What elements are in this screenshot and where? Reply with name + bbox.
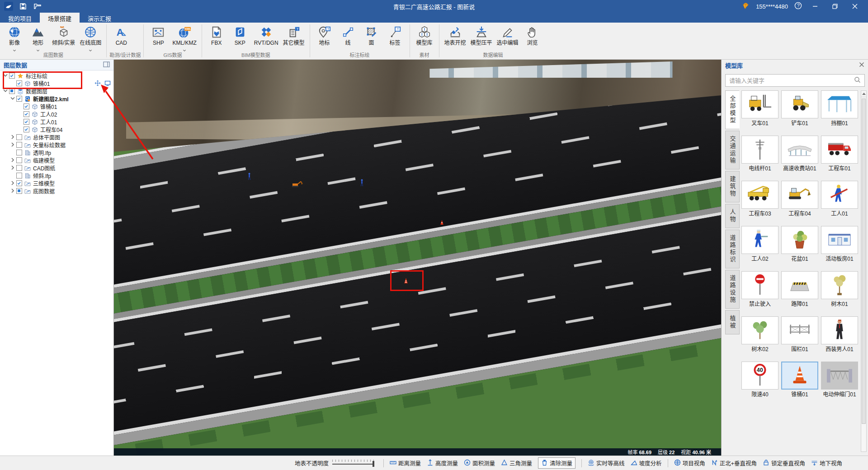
category-tab-vegetation[interactable]: 植被	[725, 310, 740, 334]
layer-tree-row-new-layer2-kml[interactable]: 新建图层2.kml	[0, 95, 113, 103]
model-item-truck-04[interactable]: 工程车04	[781, 181, 818, 223]
surface-opacity-slider[interactable]	[332, 460, 377, 467]
worker-figure-2[interactable]	[360, 179, 364, 188]
layer-checkbox[interactable]	[16, 165, 22, 171]
expander-icon[interactable]	[10, 188, 16, 194]
close-button[interactable]	[848, 1, 862, 12]
statusbar-button-triangle-measure[interactable]: 三角测量	[501, 459, 532, 467]
ribbon-item-skp[interactable]: SKP	[228, 24, 252, 52]
chevron-down-icon[interactable]	[182, 46, 187, 50]
expander-icon[interactable]	[3, 88, 9, 94]
ribbon-item-shp[interactable]: SHP	[146, 24, 170, 52]
model-item-speed-limit-40[interactable]: 40限速40	[741, 362, 778, 404]
statusbar-button-distance-measure[interactable]: 距离测量	[390, 459, 421, 467]
expander-icon[interactable]	[3, 73, 9, 79]
ribbon-item-browse[interactable]: 浏览	[521, 24, 544, 52]
statusbar-button-height-measure[interactable]: 高度测量	[427, 459, 458, 467]
flyto-view-icon[interactable]	[104, 80, 111, 88]
account-label[interactable]: 155****4480	[756, 3, 788, 10]
model-item-plant-pot-01[interactable]: 花盆01	[781, 226, 818, 268]
layer-tree-row-annotation-plot[interactable]: 标注标绘	[0, 72, 113, 80]
ribbon-item-model-flatten[interactable]: 模型压平	[468, 24, 495, 52]
layer-tree-row-truck-04[interactable]: 工程车04	[0, 126, 113, 133]
model-item-worker-01[interactable]: 工人01	[821, 181, 858, 223]
ribbon-item-terrain[interactable]: 地形	[26, 24, 50, 52]
layer-checkbox[interactable]	[9, 73, 15, 79]
model-search-input[interactable]	[729, 77, 854, 84]
open-folder-icon[interactable]	[33, 2, 42, 11]
statusbar-button-lock-vertical-view[interactable]: 锁定垂直视角	[763, 459, 805, 467]
layer-tree-row-oblique-lfp[interactable]: 倾斜.lfp	[0, 172, 113, 179]
model-item-cone-01[interactable]: 锥桶01	[781, 362, 818, 404]
ribbon-item-rvt-dgn[interactable]: RVT/DGN	[252, 24, 281, 52]
layer-checkbox[interactable]	[16, 173, 22, 179]
category-tab-buildings[interactable]: 建筑物	[725, 171, 740, 202]
category-tab-road-facilities[interactable]: 道路设施	[725, 270, 740, 309]
tab-presentation[interactable]: 演示汇报	[80, 13, 119, 23]
model-item-canopy-01[interactable]: 挡棚01	[821, 90, 858, 133]
ribbon-item-placemark[interactable]: T地标	[313, 24, 336, 52]
ribbon-item-fbx[interactable]: FBX	[205, 24, 228, 52]
statusbar-button-realtime-contour[interactable]: 实时等高线	[588, 459, 625, 467]
layer-checkbox[interactable]	[16, 142, 22, 148]
ribbon-item-surface-dig[interactable]: 地表开挖	[442, 24, 468, 52]
layer-tree-row-temp-models[interactable]: 临建模型	[0, 156, 113, 164]
model-item-portable-house-01[interactable]: 活动板房01	[821, 226, 858, 268]
locate-move-icon[interactable]	[94, 80, 101, 88]
traffic-cone-1[interactable]	[440, 219, 444, 227]
statusbar-button-north-vertical-view[interactable]: 正北+垂直视角	[711, 459, 757, 467]
tab-scene-build[interactable]: 场景搭建	[40, 13, 80, 23]
model-item-toll-station-01[interactable]: 高速收费站01	[781, 136, 818, 178]
statusbar-button-project-view[interactable]: 项目视角	[674, 459, 705, 467]
expander-icon[interactable]	[10, 165, 16, 171]
layer-checkbox[interactable]	[16, 96, 22, 102]
chevron-down-icon[interactable]	[12, 46, 17, 50]
ribbon-item-line[interactable]: 线	[336, 24, 360, 52]
model-item-fence-01[interactable]: 围栏01	[781, 316, 818, 359]
ribbon-item-polygon[interactable]: 面	[360, 24, 383, 52]
layer-checkbox[interactable]	[24, 111, 29, 117]
map-3d-viewport[interactable]: 帧率 68.69 层级 22 视距 40.96 米	[114, 60, 721, 456]
layer-checkbox[interactable]	[24, 127, 29, 132]
scroll-up-icon[interactable]	[861, 91, 866, 97]
chevron-down-icon[interactable]	[88, 46, 93, 50]
layer-tree-row-cone-01-top[interactable]: 锥桶01	[0, 80, 113, 87]
layer-tree-row-cad-drawings[interactable]: CAD图纸	[0, 164, 113, 172]
layer-tree-row-basemap-data[interactable]: 底图数据	[0, 187, 113, 195]
ribbon-item-other-model[interactable]: T其它模型	[281, 24, 307, 52]
layer-checkbox[interactable]	[9, 88, 15, 94]
category-tab-all-models[interactable]: 全部模型	[725, 90, 740, 129]
model-item-pole-01[interactable]: 电线杆01	[741, 136, 778, 178]
ribbon-item-oblique-reality[interactable]: 倾斜/实景	[50, 24, 77, 52]
layer-checkbox[interactable]	[16, 150, 22, 155]
layer-checkbox[interactable]	[16, 188, 22, 194]
statusbar-button-area-measure[interactable]: 面积测量	[464, 459, 495, 467]
save-icon[interactable]	[18, 2, 28, 11]
layer-checkbox[interactable]	[16, 80, 22, 86]
category-tab-transportation[interactable]: 交通运输	[725, 131, 740, 169]
close-panel-icon[interactable]	[859, 61, 864, 69]
layer-tree-row-cone-01[interactable]: 锥桶01	[0, 103, 113, 110]
minimize-button[interactable]	[808, 1, 822, 12]
chevron-down-icon[interactable]	[36, 46, 40, 50]
model-item-suit-man-01[interactable]: 西装男人01	[821, 316, 858, 359]
worker-figure-1[interactable]	[247, 173, 251, 182]
model-item-worker-02[interactable]: 工人02	[741, 226, 778, 268]
layer-checkbox[interactable]	[24, 103, 29, 109]
model-item-truck-01[interactable]: 工程车01	[821, 136, 858, 178]
layer-checkbox[interactable]	[24, 119, 29, 125]
layer-checkbox[interactable]	[16, 157, 22, 163]
ribbon-item-model-library[interactable]: 模型库	[413, 24, 436, 52]
model-item-truck-03[interactable]: 工程车03	[741, 181, 778, 223]
layer-tree-row-models-3d[interactable]: 三维模型	[0, 179, 113, 187]
excavator-figure[interactable]	[292, 180, 304, 190]
category-tab-road-signs[interactable]: 道路标识	[725, 230, 740, 268]
statusbar-button-slope-analysis[interactable]: 坡度分析	[631, 459, 662, 467]
expander-icon[interactable]	[10, 142, 16, 148]
layer-checkbox[interactable]	[16, 134, 22, 140]
ribbon-item-label-tag[interactable]: T标签	[383, 24, 407, 52]
ribbon-item-imagery[interactable]: 影像	[3, 24, 26, 52]
expander-icon[interactable]	[10, 157, 16, 164]
layer-tree-row-data-layers[interactable]: 数据图层	[0, 87, 113, 95]
model-item-no-entry[interactable]: 禁止驶入	[741, 271, 778, 314]
